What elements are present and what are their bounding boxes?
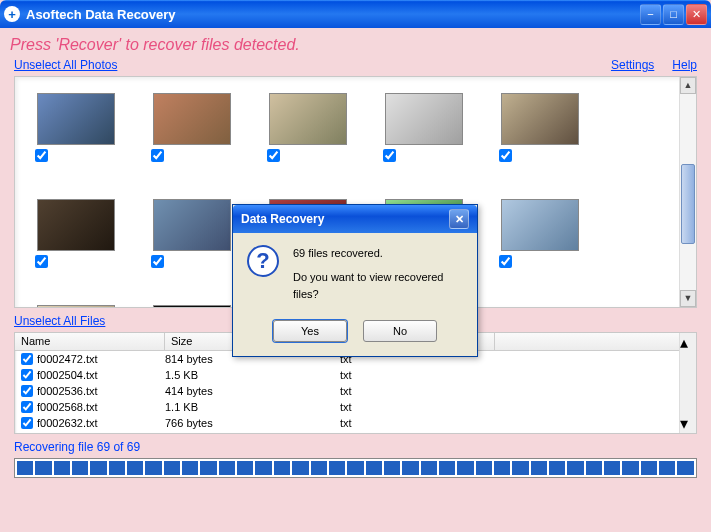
file-size: 414 bytes (165, 385, 340, 397)
progress-bar (14, 458, 697, 478)
scroll-up-icon[interactable]: ▴ (680, 333, 696, 352)
file-checkbox[interactable] (21, 401, 33, 413)
file-name: f0002472.txt (37, 353, 165, 365)
file-extension: txt (340, 369, 495, 381)
scroll-up-icon[interactable]: ▲ (680, 77, 696, 94)
dialog-message: 69 files recovered. Do you want to view … (293, 245, 463, 304)
file-name: f0002632.txt (37, 417, 165, 429)
file-size: 1.5 KB (165, 369, 340, 381)
recovery-dialog: Data Recovery ✕ ? 69 files recovered. Do… (232, 204, 478, 357)
file-extension: txt (340, 417, 495, 429)
dialog-line2: Do you want to view recovered files? (293, 269, 463, 304)
file-name: f0002536.txt (37, 385, 165, 397)
file-extension: txt (340, 385, 495, 397)
file-checkbox[interactable] (21, 385, 33, 397)
close-button[interactable]: ✕ (686, 4, 707, 25)
photo-checkbox[interactable] (499, 149, 512, 162)
file-checkbox[interactable] (21, 353, 33, 365)
dialog-line1: 69 files recovered. (293, 245, 463, 263)
file-size: 1.1 KB (165, 401, 340, 413)
file-size: 766 bytes (165, 417, 340, 429)
file-row[interactable]: f0002632.txt766 bytestxt (15, 415, 696, 431)
photo-thumbnail[interactable] (383, 85, 465, 175)
dialog-close-button[interactable]: ✕ (449, 209, 469, 229)
file-scrollbar[interactable]: ▴ ▾ (679, 333, 696, 433)
instruction-text: Press 'Recover' to recover files detecte… (0, 28, 711, 58)
unselect-all-photos-link[interactable]: Unselect All Photos (14, 58, 117, 72)
question-icon: ? (247, 245, 279, 277)
photo-thumbnail[interactable] (35, 297, 117, 308)
column-header-name[interactable]: Name (15, 333, 165, 350)
photo-thumbnail[interactable] (499, 191, 581, 281)
window-titlebar: + Asoftech Data Recovery − □ ✕ (0, 0, 711, 28)
file-row[interactable]: f0002536.txt414 bytestxt (15, 383, 696, 399)
photo-thumbnail[interactable] (151, 297, 233, 308)
photo-thumbnail[interactable] (35, 191, 117, 281)
photo-thumbnail[interactable] (151, 85, 233, 175)
photo-checkbox[interactable] (151, 255, 164, 268)
scroll-down-icon[interactable]: ▾ (680, 414, 696, 433)
photo-checkbox[interactable] (499, 255, 512, 268)
photo-checkbox[interactable] (383, 149, 396, 162)
maximize-button[interactable]: □ (663, 4, 684, 25)
app-icon: + (4, 6, 20, 22)
window-title: Asoftech Data Recovery (26, 7, 640, 22)
column-header-blank (495, 333, 696, 350)
file-row[interactable]: f0002568.txt1.1 KBtxt (15, 399, 696, 415)
scrollbar-thumb[interactable] (681, 164, 695, 244)
file-name: f0002504.txt (37, 369, 165, 381)
file-checkbox[interactable] (21, 417, 33, 429)
photo-scrollbar[interactable]: ▲ ▼ (679, 77, 696, 307)
unselect-all-files-link[interactable]: Unselect All Files (14, 314, 105, 328)
photo-checkbox[interactable] (267, 149, 280, 162)
photo-checkbox[interactable] (35, 255, 48, 268)
status-text: Recovering file 69 of 69 (0, 434, 711, 456)
photo-checkbox[interactable] (35, 149, 48, 162)
settings-link[interactable]: Settings (611, 58, 654, 72)
minimize-button[interactable]: − (640, 4, 661, 25)
no-button[interactable]: No (363, 320, 437, 342)
file-extension: txt (340, 401, 495, 413)
yes-button[interactable]: Yes (273, 320, 347, 342)
dialog-titlebar: Data Recovery ✕ (233, 205, 477, 233)
file-name: f0002568.txt (37, 401, 165, 413)
photo-thumbnail[interactable] (267, 85, 349, 175)
scroll-down-icon[interactable]: ▼ (680, 290, 696, 307)
photo-checkbox[interactable] (151, 149, 164, 162)
photo-thumbnail[interactable] (499, 85, 581, 175)
help-link[interactable]: Help (672, 58, 697, 72)
dialog-title: Data Recovery (241, 212, 449, 226)
file-row[interactable]: f0002504.txt1.5 KBtxt (15, 367, 696, 383)
photo-thumbnail[interactable] (151, 191, 233, 281)
file-checkbox[interactable] (21, 369, 33, 381)
photo-thumbnail[interactable] (35, 85, 117, 175)
